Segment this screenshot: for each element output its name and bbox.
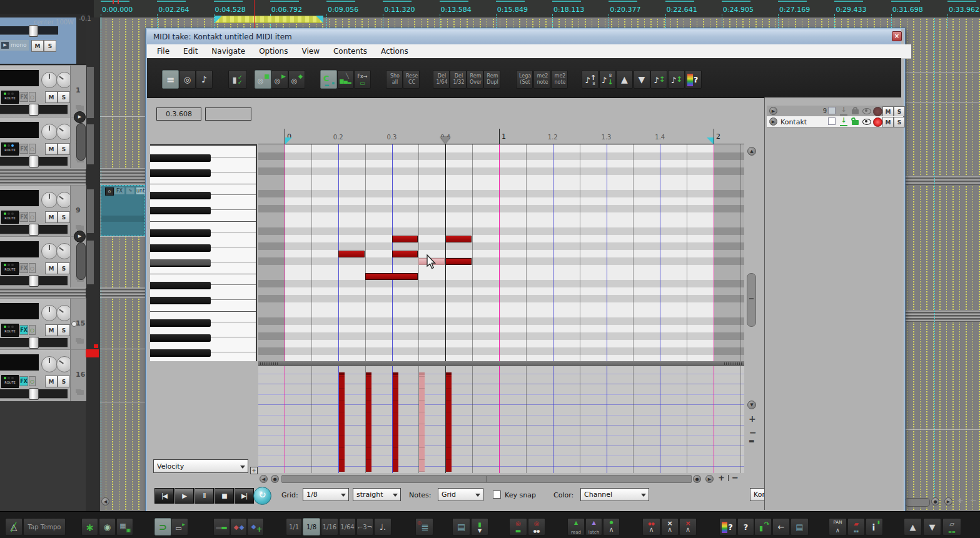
eye-icon[interactable] [862, 108, 871, 114]
track-list-header-row[interactable]: ▶9↓MS [767, 106, 903, 117]
pan-knob[interactable] [41, 305, 58, 321]
scroll-down-button[interactable]: ▼ [923, 518, 941, 536]
volume-fader-handle[interactable] [29, 104, 39, 116]
fx-power-button[interactable]: ○ [29, 212, 36, 222]
fx-button[interactable]: FX [19, 263, 28, 273]
record-arm-icon[interactable] [873, 107, 882, 116]
piano-key-black-F#-1[interactable] [150, 349, 211, 357]
me2-note-button[interactable]: me2note [551, 70, 568, 89]
grid-1-64-button[interactable]: 1/64 [339, 518, 356, 536]
piano-key-black-C#0[interactable] [150, 297, 211, 304]
route-button[interactable]: ROUTE [1, 211, 19, 224]
remove-receives-button[interactable]: ×∧ [679, 518, 697, 536]
arrange-hscroll-thumb[interactable] [905, 498, 930, 507]
solo-button[interactable]: S [894, 106, 905, 117]
play-circle-icon[interactable]: ▶ [769, 117, 777, 126]
mute-button[interactable]: M [45, 262, 58, 274]
piano-key-black-G#0[interactable] [150, 244, 211, 252]
menu-actions[interactable]: Actions [381, 47, 408, 56]
volume-fader-handle[interactable] [29, 337, 39, 349]
mute-button[interactable]: M [45, 143, 58, 155]
scroll-dot-button[interactable]: ● [931, 497, 939, 506]
checkbox[interactable] [828, 107, 836, 114]
grid-1-8-button[interactable]: 1/8 [303, 518, 320, 536]
track-zoom-pill[interactable] [76, 123, 86, 161]
note-colors-button[interactable]: ? [685, 70, 702, 89]
transport-stop-button[interactable]: ■ [215, 488, 234, 504]
route-button[interactable]: ROUTE [1, 324, 19, 337]
view-named-notes-button[interactable]: ◎ [179, 70, 196, 89]
piano-key-black-G#1[interactable] [150, 154, 211, 162]
velocity-bar[interactable] [339, 372, 345, 472]
media-explorer-button[interactable]: ▤ [452, 518, 470, 536]
record-arm-icon[interactable] [873, 117, 882, 127]
play-circle-icon[interactable]: ▶ [769, 107, 777, 115]
transpose-down-semitone-button[interactable]: ♪↕ [668, 70, 685, 89]
grid-1-16-button[interactable]: 1/16 [321, 518, 338, 536]
pan-envelope-button[interactable]: PAN∧ [829, 518, 847, 536]
route-button[interactable]: ROUTE [1, 142, 19, 156]
me2-note-button[interactable]: me2note [533, 70, 550, 89]
select-prev-note-button[interactable]: ▲ [616, 70, 633, 89]
render-folder-button[interactable]: ▰▪▪ [847, 518, 865, 536]
track-panel-10[interactable]: ROUTEFX○MS [0, 236, 70, 288]
piano-key-black-A#-1[interactable] [150, 319, 211, 327]
fx-power-button[interactable]: ○ [29, 263, 36, 273]
view-notation-button[interactable]: ♪ [196, 70, 213, 89]
fx-button[interactable]: FX [19, 144, 28, 154]
scroll-right-button[interactable]: ▶ [705, 475, 714, 483]
item-mix-button[interactable]: ▭▸ [171, 518, 188, 536]
midi-note[interactable] [445, 236, 472, 242]
transpose-octave-up-button[interactable]: ♪↑8 [582, 70, 599, 89]
velocity-bar[interactable] [446, 372, 452, 472]
edit-notes-button[interactable]: ◎■ [255, 70, 271, 89]
event-filter-button[interactable]: ▮✓✓ [228, 70, 247, 89]
loop-start-marker[interactable] [285, 137, 292, 144]
zoom-in-button[interactable]: + [957, 496, 966, 506]
solo-button[interactable]: S [58, 211, 70, 223]
close-button[interactable]: × [892, 31, 902, 41]
piano-key-black-F#0[interactable] [150, 259, 211, 267]
fx-chain-button[interactable]: ≣◎ [415, 518, 433, 536]
pan-knob[interactable] [41, 72, 58, 88]
vzoom-fit-button[interactable]: ▬ [749, 437, 756, 445]
midi-note[interactable] [365, 273, 418, 280]
scroll-dot-button[interactable]: ● [271, 475, 279, 483]
track-panel-2[interactable]: ROUTEFX○MS [0, 117, 70, 169]
fx-power-button[interactable]: ○ [29, 92, 36, 102]
edit-cursor-handle[interactable] [440, 137, 450, 144]
cc-reduce-button[interactable]: ▆▄▂╲ [337, 70, 354, 89]
velocity-bar[interactable] [419, 372, 425, 472]
position-readout[interactable]: 0.3.608 [156, 107, 201, 121]
master-mono-button[interactable]: ▶mono [0, 40, 29, 51]
show-envelopes-button[interactable]: ●∧ [603, 518, 620, 536]
vzoom-out-button[interactable]: − [749, 427, 757, 435]
checkbox[interactable] [828, 117, 836, 125]
track-name-field[interactable] [0, 354, 39, 371]
theme-help-button[interactable]: ? [719, 518, 737, 536]
vscroll-down-button[interactable]: ▼ [747, 401, 756, 409]
item-fx-badge[interactable]: FX [114, 187, 124, 194]
track-panel-9[interactable]: ROUTEFX○MS [0, 185, 70, 237]
master-track-panel[interactable]: center 100W▶monoMS [0, 17, 76, 64]
help-button[interactable]: ? [737, 518, 754, 536]
pan-knob[interactable] [41, 124, 58, 140]
edit-all-events-button[interactable]: ◎◆ [288, 70, 305, 89]
scroll-left-button[interactable]: ◀ [260, 475, 268, 483]
scroll-right-button[interactable]: ▶ [944, 497, 952, 506]
track-name-field[interactable] [0, 303, 39, 319]
hzoom-in-button[interactable]: + [718, 473, 725, 483]
mute-button[interactable]: M [45, 324, 58, 336]
rem-dupl-button[interactable]: RemDupl [483, 70, 500, 89]
piano-key-black-G#-1[interactable] [150, 334, 211, 342]
track-list-row-kontakt[interactable]: ▶Kontakt↓MS [767, 116, 903, 127]
select-next-note-button[interactable]: ▼ [634, 70, 650, 89]
screensets-button[interactable]: ▤ [791, 518, 809, 536]
record-input-icon[interactable]: ↓ [840, 107, 847, 116]
add-cc-lane-button[interactable]: + [250, 467, 258, 474]
back-button[interactable]: ← [772, 518, 790, 536]
timeline-ruler[interactable]: 0:00.0000:02.2640:04.5280:06.7920:09.056… [0, 0, 980, 18]
metronome-button[interactable]: △╱ [5, 518, 23, 536]
lock-icon[interactable] [852, 109, 859, 114]
menu-contents[interactable]: Contents [333, 47, 367, 56]
